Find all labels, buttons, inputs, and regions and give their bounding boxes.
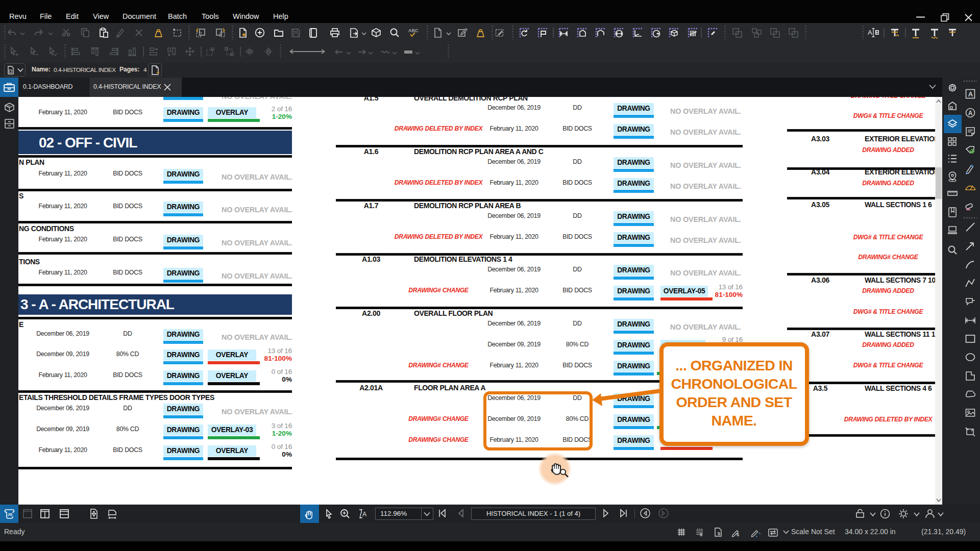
svg-text:5: 5 — [700, 532, 702, 537]
svg-text:JS: JS — [8, 512, 13, 517]
svg-text:A: A — [362, 511, 366, 518]
svg-text:5: 5 — [737, 532, 739, 537]
svg-text:A: A — [968, 90, 973, 98]
svg-text:A: A — [968, 110, 973, 117]
svg-text:ABC: ABC — [408, 28, 419, 33]
svg-text:B: B — [875, 29, 879, 36]
svg-text:A: A — [868, 29, 872, 36]
svg-text:5: 5 — [718, 531, 720, 536]
